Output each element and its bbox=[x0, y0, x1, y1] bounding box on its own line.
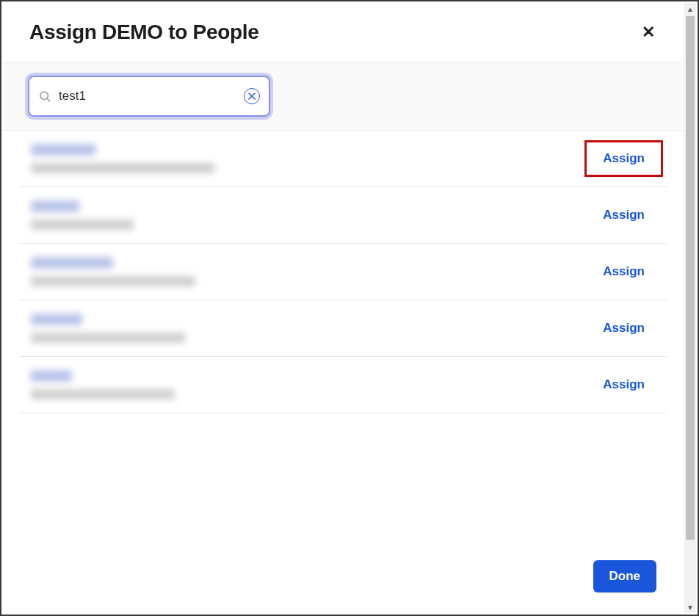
search-field-wrap bbox=[28, 76, 270, 117]
clear-search-button[interactable] bbox=[244, 88, 260, 104]
user-identity bbox=[31, 370, 175, 399]
dialog-header: Assign DEMO to People ✕ bbox=[3, 3, 684, 62]
result-row: Assign bbox=[19, 244, 667, 300]
svg-line-1 bbox=[47, 98, 49, 101]
user-identity bbox=[31, 200, 134, 230]
dialog-title: Assign DEMO to People bbox=[29, 21, 259, 44]
close-icon: ✕ bbox=[642, 23, 655, 41]
scroll-thumb[interactable] bbox=[686, 16, 695, 540]
clear-icon bbox=[248, 93, 256, 100]
user-email-redacted bbox=[31, 333, 185, 343]
assign-button[interactable]: Assign bbox=[590, 202, 658, 228]
dialog-footer: Done bbox=[3, 546, 684, 613]
user-name-redacted bbox=[31, 200, 79, 212]
user-name-redacted bbox=[31, 314, 82, 325]
scroll-up-button[interactable]: ▲ bbox=[684, 3, 696, 15]
assign-button[interactable]: Assign bbox=[590, 258, 658, 285]
user-name-redacted bbox=[31, 370, 72, 382]
close-button[interactable]: ✕ bbox=[639, 21, 658, 43]
results-list: AssignAssignAssignAssignAssign bbox=[3, 131, 684, 546]
result-row: Assign bbox=[19, 357, 667, 413]
user-identity bbox=[31, 314, 185, 343]
user-email-redacted bbox=[31, 220, 134, 230]
user-name-redacted bbox=[31, 144, 95, 156]
result-row: Assign bbox=[19, 187, 667, 244]
assign-button[interactable]: Assign bbox=[590, 145, 658, 172]
scroll-down-button[interactable]: ▼ bbox=[684, 601, 696, 613]
user-name-redacted bbox=[31, 257, 113, 269]
dialog-frame: Assign DEMO to People ✕ AssignAssignAssi… bbox=[0, 0, 699, 616]
result-row: Assign bbox=[19, 300, 667, 357]
search-input[interactable] bbox=[51, 89, 244, 104]
user-email-redacted bbox=[31, 389, 175, 399]
search-area bbox=[3, 62, 684, 131]
user-email-redacted bbox=[31, 276, 195, 286]
done-button[interactable]: Done bbox=[593, 560, 657, 593]
user-identity bbox=[31, 257, 195, 286]
user-identity bbox=[31, 144, 214, 173]
assign-button[interactable]: Assign bbox=[590, 372, 658, 398]
content-region: Assign DEMO to People ✕ AssignAssignAssi… bbox=[3, 3, 684, 613]
result-row: Assign bbox=[19, 131, 667, 187]
search-icon bbox=[38, 90, 51, 103]
assign-button[interactable]: Assign bbox=[590, 315, 658, 341]
user-email-redacted bbox=[31, 163, 214, 173]
scrollbar-vertical[interactable]: ▲ ▼ bbox=[684, 3, 696, 613]
